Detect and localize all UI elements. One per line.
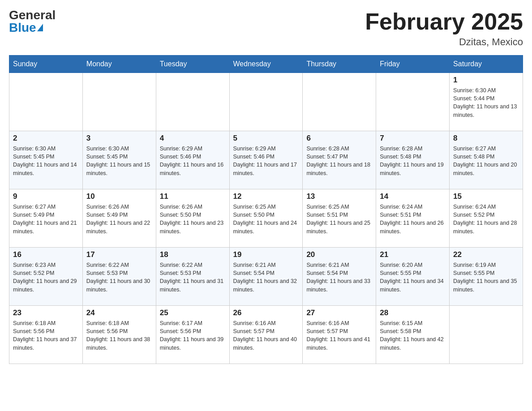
calendar-cell: 1Sunrise: 6:30 AMSunset: 5:44 PMDaylight… [450, 73, 523, 131]
day-number: 18 [160, 250, 226, 259]
day-info: Sunrise: 6:25 AMSunset: 5:50 PMDaylight:… [233, 203, 299, 235]
calendar-cell: 15Sunrise: 6:24 AMSunset: 5:52 PMDayligh… [450, 189, 523, 248]
calendar-cell [229, 73, 303, 131]
day-info: Sunrise: 6:26 AMSunset: 5:50 PMDaylight:… [160, 203, 226, 235]
day-number: 19 [233, 250, 299, 259]
day-info: Sunrise: 6:27 AMSunset: 5:48 PMDaylight:… [453, 145, 519, 177]
day-info: Sunrise: 6:29 AMSunset: 5:46 PMDaylight:… [160, 145, 226, 177]
day-info: Sunrise: 6:21 AMSunset: 5:54 PMDaylight:… [233, 261, 299, 294]
location-subtitle: Dzitas, Mexico [365, 36, 523, 48]
day-info: Sunrise: 6:22 AMSunset: 5:53 PMDaylight:… [86, 261, 152, 294]
day-number: 21 [380, 250, 446, 259]
day-info: Sunrise: 6:29 AMSunset: 5:46 PMDaylight:… [233, 145, 299, 177]
day-number: 20 [306, 250, 372, 259]
day-of-week-header: Friday [376, 56, 450, 73]
calendar-cell: 23Sunrise: 6:18 AMSunset: 5:56 PMDayligh… [9, 306, 83, 364]
calendar-cell: 8Sunrise: 6:27 AMSunset: 5:48 PMDaylight… [450, 131, 523, 189]
day-number: 9 [13, 192, 79, 201]
day-info: Sunrise: 6:18 AMSunset: 5:56 PMDaylight:… [13, 319, 79, 352]
day-number: 26 [233, 308, 299, 317]
day-of-week-header: Saturday [450, 56, 523, 73]
calendar-table: SundayMondayTuesdayWednesdayThursdayFrid… [9, 55, 523, 364]
day-info: Sunrise: 6:16 AMSunset: 5:57 PMDaylight:… [306, 319, 372, 352]
day-info: Sunrise: 6:28 AMSunset: 5:47 PMDaylight:… [306, 145, 372, 177]
day-info: Sunrise: 6:24 AMSunset: 5:52 PMDaylight:… [453, 203, 519, 235]
calendar-cell: 20Sunrise: 6:21 AMSunset: 5:54 PMDayligh… [303, 248, 376, 306]
day-number: 13 [306, 192, 372, 201]
day-number: 8 [453, 134, 519, 143]
day-number: 28 [380, 308, 446, 317]
calendar-cell: 22Sunrise: 6:19 AMSunset: 5:55 PMDayligh… [450, 248, 523, 306]
day-info: Sunrise: 6:30 AMSunset: 5:44 PMDaylight:… [453, 86, 519, 119]
day-number: 3 [86, 134, 152, 143]
day-number: 6 [306, 134, 372, 143]
calendar-cell [9, 73, 83, 131]
day-number: 14 [380, 192, 446, 201]
day-of-week-header: Tuesday [156, 56, 229, 73]
logo: General Blue [9, 9, 56, 34]
calendar-cell [376, 73, 450, 131]
calendar-cell: 21Sunrise: 6:20 AMSunset: 5:55 PMDayligh… [376, 248, 450, 306]
day-number: 15 [453, 192, 519, 201]
day-info: Sunrise: 6:26 AMSunset: 5:49 PMDaylight:… [86, 203, 152, 235]
calendar-cell: 28Sunrise: 6:15 AMSunset: 5:58 PMDayligh… [376, 306, 450, 364]
calendar-cell: 5Sunrise: 6:29 AMSunset: 5:46 PMDaylight… [229, 131, 303, 189]
day-number: 2 [13, 134, 79, 143]
day-number: 24 [86, 308, 152, 317]
calendar-cell: 17Sunrise: 6:22 AMSunset: 5:53 PMDayligh… [82, 248, 156, 306]
calendar-cell: 25Sunrise: 6:17 AMSunset: 5:56 PMDayligh… [156, 306, 229, 364]
day-number: 1 [453, 76, 519, 85]
calendar-cell: 24Sunrise: 6:18 AMSunset: 5:56 PMDayligh… [82, 306, 156, 364]
day-number: 5 [233, 134, 299, 143]
calendar-cell: 9Sunrise: 6:27 AMSunset: 5:49 PMDaylight… [9, 189, 83, 248]
day-number: 7 [380, 134, 446, 143]
calendar-cell: 18Sunrise: 6:22 AMSunset: 5:53 PMDayligh… [156, 248, 229, 306]
calendar-cell: 4Sunrise: 6:29 AMSunset: 5:46 PMDaylight… [156, 131, 229, 189]
calendar-header-row: SundayMondayTuesdayWednesdayThursdayFrid… [9, 56, 523, 73]
day-info: Sunrise: 6:30 AMSunset: 5:45 PMDaylight:… [13, 145, 79, 177]
day-of-week-header: Sunday [9, 56, 83, 73]
calendar-cell: 10Sunrise: 6:26 AMSunset: 5:49 PMDayligh… [82, 189, 156, 248]
day-number: 23 [13, 308, 79, 317]
day-number: 12 [233, 192, 299, 201]
day-number: 16 [13, 250, 79, 259]
day-of-week-header: Thursday [303, 56, 376, 73]
calendar-cell: 12Sunrise: 6:25 AMSunset: 5:50 PMDayligh… [229, 189, 303, 248]
calendar-cell: 19Sunrise: 6:21 AMSunset: 5:54 PMDayligh… [229, 248, 303, 306]
day-number: 17 [86, 250, 152, 259]
page-header: General Blue February 2025 Dzitas, Mexic… [9, 9, 523, 48]
calendar-cell: 2Sunrise: 6:30 AMSunset: 5:45 PMDaylight… [9, 131, 83, 189]
day-info: Sunrise: 6:19 AMSunset: 5:55 PMDaylight:… [453, 261, 519, 294]
calendar-cell: 14Sunrise: 6:24 AMSunset: 5:51 PMDayligh… [376, 189, 450, 248]
calendar-cell: 26Sunrise: 6:16 AMSunset: 5:57 PMDayligh… [229, 306, 303, 364]
logo-text: General Blue [9, 9, 56, 34]
calendar-cell [156, 73, 229, 131]
day-info: Sunrise: 6:30 AMSunset: 5:45 PMDaylight:… [86, 145, 152, 177]
calendar-cell: 6Sunrise: 6:28 AMSunset: 5:47 PMDaylight… [303, 131, 376, 189]
title-section: February 2025 Dzitas, Mexico [365, 9, 523, 48]
calendar-cell: 3Sunrise: 6:30 AMSunset: 5:45 PMDaylight… [82, 131, 156, 189]
calendar-cell: 27Sunrise: 6:16 AMSunset: 5:57 PMDayligh… [303, 306, 376, 364]
logo-general: General [9, 9, 56, 21]
calendar-cell: 7Sunrise: 6:28 AMSunset: 5:48 PMDaylight… [376, 131, 450, 189]
day-info: Sunrise: 6:16 AMSunset: 5:57 PMDaylight:… [233, 319, 299, 352]
day-number: 22 [453, 250, 519, 259]
day-number: 27 [306, 308, 372, 317]
calendar-cell: 11Sunrise: 6:26 AMSunset: 5:50 PMDayligh… [156, 189, 229, 248]
calendar-cell [450, 306, 523, 364]
day-info: Sunrise: 6:24 AMSunset: 5:51 PMDaylight:… [380, 203, 446, 235]
logo-blue: Blue [9, 21, 36, 34]
day-of-week-header: Wednesday [229, 56, 303, 73]
day-number: 11 [160, 192, 226, 201]
day-of-week-header: Monday [82, 56, 156, 73]
day-info: Sunrise: 6:22 AMSunset: 5:53 PMDaylight:… [160, 261, 226, 294]
day-info: Sunrise: 6:20 AMSunset: 5:55 PMDaylight:… [380, 261, 446, 294]
calendar-cell: 13Sunrise: 6:25 AMSunset: 5:51 PMDayligh… [303, 189, 376, 248]
day-number: 10 [86, 192, 152, 201]
day-info: Sunrise: 6:23 AMSunset: 5:52 PMDaylight:… [13, 261, 79, 294]
day-number: 25 [160, 308, 226, 317]
calendar-cell [303, 73, 376, 131]
month-year-title: February 2025 [365, 9, 523, 34]
day-info: Sunrise: 6:21 AMSunset: 5:54 PMDaylight:… [306, 261, 372, 294]
day-info: Sunrise: 6:15 AMSunset: 5:58 PMDaylight:… [380, 319, 446, 352]
